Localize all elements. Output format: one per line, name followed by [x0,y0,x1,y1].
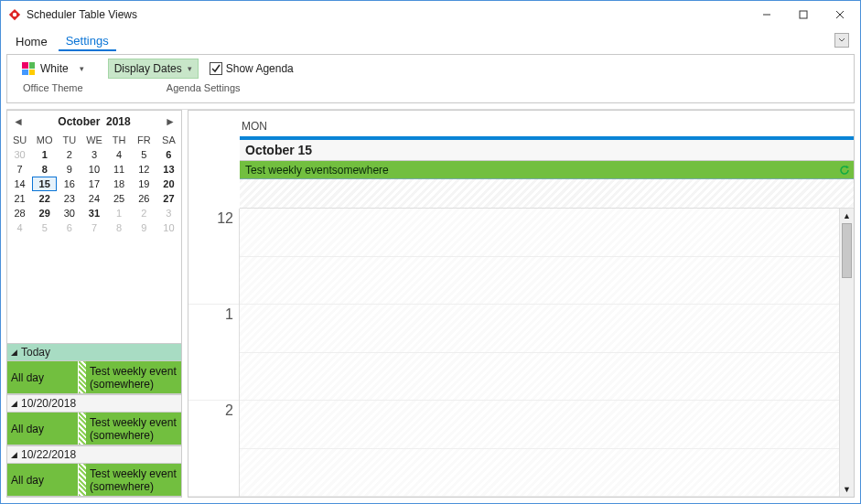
chevron-down-icon: ▾ [80,64,84,73]
calendar-day[interactable]: 7 [81,220,106,235]
calendar-day[interactable]: 22 [32,191,57,206]
agenda-event-row[interactable]: All dayTest weekly event(somewhere) [7,361,181,394]
day-of-week-label: SU [7,133,32,147]
calendar-day[interactable]: 18 [107,177,132,191]
day-view: MON October 15 Test weekly eventsomewher… [188,110,855,498]
calendar-day[interactable]: 3 [81,147,106,162]
agenda-event-row[interactable]: All dayTest weekly event(somewhere) [7,413,181,445]
agenda-event-row[interactable]: All dayTest weekly event(somewhere) [7,464,181,497]
agenda-group-header[interactable]: ◢10/20/2018 [7,394,181,413]
time-slots[interactable] [240,209,839,497]
show-agenda-checkbox[interactable]: Show Agenda [204,59,299,78]
menu-settings[interactable]: Settings [59,30,116,51]
close-button[interactable] [822,2,858,27]
calendar-day[interactable]: 8 [32,162,57,177]
time-slot[interactable] [240,209,839,257]
calendar-day[interactable]: 31 [81,206,106,220]
all-day-event[interactable]: Test weekly eventsomewhere [240,161,854,179]
svg-rect-3 [800,11,807,18]
calendar-day[interactable]: 4 [7,220,32,235]
collapse-icon: ◢ [11,348,17,357]
day-of-week-label: SA [156,133,181,147]
calendar-day[interactable]: 1 [107,206,132,220]
recurrence-stripe [79,464,86,496]
prev-month-button[interactable]: ◄ [11,115,26,128]
day-of-week-label: WE [81,133,106,147]
maximize-button[interactable] [785,2,822,27]
calendar-day[interactable]: 1 [32,147,57,162]
calendar-day[interactable]: 10 [156,220,181,235]
time-slot[interactable] [240,353,839,402]
calendar-day[interactable]: 6 [57,220,81,235]
ribbon-group-label: Agenda Settings [167,82,241,93]
time-slot[interactable] [240,401,839,449]
calendar-day[interactable]: 5 [132,147,156,162]
calendar-day[interactable]: 30 [7,147,32,162]
calendar-day[interactable]: 10 [81,162,106,177]
scroll-thumb[interactable] [842,223,852,278]
scroll-down-button[interactable]: ▼ [840,482,854,497]
calendar-day[interactable]: 16 [57,177,81,191]
calendar-day[interactable]: 25 [107,191,132,206]
scroll-up-button[interactable]: ▲ [840,209,854,223]
calendar-day[interactable]: 26 [132,191,156,206]
minimize-button[interactable] [748,2,785,27]
time-slot[interactable] [240,449,839,498]
theme-picker[interactable]: White ▾ [16,60,90,77]
calendar-day[interactable]: 14 [7,177,32,191]
chevron-down-icon: ▾ [188,64,192,73]
calendar-day[interactable]: 20 [156,177,181,191]
calendar-day[interactable]: 5 [32,220,57,235]
left-panel: ◄ October 2018 ► SUMOTUWETHFRSA301234567… [6,110,182,498]
refresh-icon[interactable] [835,165,854,176]
calendar-day[interactable]: 28 [7,206,32,220]
hour-label: 1 [188,305,239,401]
calendar-day[interactable]: 6 [156,147,181,162]
agenda-event: Test weekly event(somewhere) [86,413,181,445]
agenda-group-header[interactable]: ◢Today [7,343,181,361]
calendar-day[interactable]: 7 [7,162,32,177]
calendar-day[interactable]: 12 [132,162,156,177]
agenda-list: ◢TodayAll dayTest weekly event(somewhere… [7,343,181,497]
calendar-day[interactable]: 15 [32,177,57,191]
calendar-day[interactable]: 11 [107,162,132,177]
hour-label: 2 [188,401,239,497]
calendar-day[interactable]: 30 [57,206,81,220]
agenda-group-header[interactable]: ◢10/22/2018 [7,445,181,464]
date-nav-title[interactable]: October 2018 [35,115,154,128]
calendar-day[interactable]: 23 [57,191,81,206]
calendar-day[interactable]: 24 [81,191,106,206]
all-day-event-text: Test weekly eventsomewhere [240,164,835,177]
display-dates-dropdown[interactable]: Display Dates ▾ [108,59,199,79]
scroll-track[interactable] [840,223,854,482]
calendar-day[interactable]: 19 [132,177,156,191]
theme-swatch-icon [22,62,35,75]
ribbon-group-agenda: Display Dates ▾ Show Agenda Agenda Setti… [99,57,308,102]
theme-name: White [40,62,69,75]
day-date-header: October 15 [240,140,854,161]
menu-home[interactable]: Home [8,31,55,50]
vertical-scrollbar[interactable]: ▲ ▼ [839,209,854,497]
calendar-day[interactable]: 27 [156,191,181,206]
calendar-day[interactable]: 13 [156,162,181,177]
all-day-area[interactable] [240,179,854,209]
next-month-button[interactable]: ► [163,115,178,128]
agenda-time: All day [7,464,79,496]
ribbon-collapse-button[interactable] [834,33,849,48]
time-slot[interactable] [240,305,839,353]
calendar-day[interactable]: 21 [7,191,32,206]
calendar-day[interactable]: 9 [57,162,81,177]
time-slot[interactable] [240,257,839,306]
calendar-day[interactable]: 3 [156,206,181,220]
calendar-day[interactable]: 8 [107,220,132,235]
display-dates-label: Display Dates [114,62,182,75]
calendar-day[interactable]: 2 [132,206,156,220]
calendar-day[interactable]: 29 [32,206,57,220]
ribbon-group-label: Office Theme [23,82,83,93]
day-of-week-label: MO [32,133,57,147]
calendar-day[interactable]: 4 [107,147,132,162]
calendar-day[interactable]: 17 [81,177,106,191]
agenda-time: All day [7,361,79,393]
calendar-day[interactable]: 9 [132,220,156,235]
calendar-day[interactable]: 2 [57,147,81,162]
